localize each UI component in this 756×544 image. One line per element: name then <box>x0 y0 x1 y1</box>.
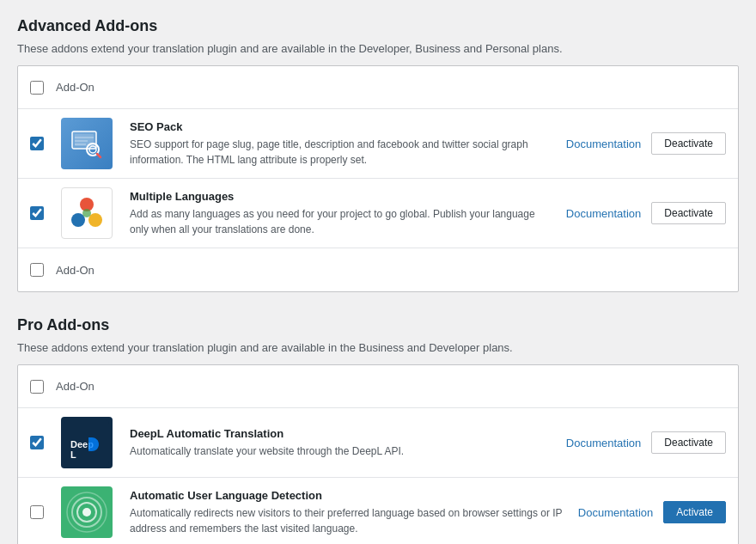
table-row: Automatic User Language Detection Automa… <box>18 478 738 544</box>
addon-icon-cell: Deep L <box>56 417 118 468</box>
table-row: Add-On <box>18 248 738 291</box>
deepl-info: DeepL Automatic Translation Automaticall… <box>130 427 566 459</box>
svg-point-11 <box>82 209 91 217</box>
addon-checkbox-langdetect[interactable] <box>30 505 44 519</box>
addon-checkbox-seo[interactable] <box>30 137 44 150</box>
language-detection-name: Automatic User Language Detection <box>130 489 564 502</box>
checkbox-cell[interactable] <box>30 263 56 277</box>
seo-pack-desc: SEO support for page slug, page title, d… <box>130 137 552 168</box>
table-row: SEO Pack SEO support for page slug, page… <box>18 109 738 179</box>
advanced-addon-table: Add-On <box>17 65 739 292</box>
empty-addon-label: Add-On <box>56 264 94 277</box>
seo-pack-actions: Documentation Deactivate <box>566 132 726 155</box>
svg-point-10 <box>88 213 102 227</box>
addon-icon-cell <box>56 118 118 169</box>
addon-checkbox-empty2[interactable] <box>30 263 44 277</box>
empty-addon-label: Add-On <box>56 380 94 393</box>
deepl-icon: Deep L <box>61 417 113 468</box>
checkbox-cell[interactable] <box>30 137 56 150</box>
language-detection-activate-button[interactable]: Activate <box>663 501 726 523</box>
empty-addon-label: Add-On <box>56 81 94 94</box>
checkbox-cell[interactable] <box>30 436 56 449</box>
multiple-languages-desc: Add as many languages as you need for yo… <box>130 206 552 237</box>
multiple-languages-info: Multiple Languages Add as many languages… <box>130 190 566 237</box>
language-detection-icon <box>61 486 113 538</box>
addon-checkbox-empty1[interactable] <box>30 81 44 95</box>
language-detection-desc: Automatically redirects new visitors to … <box>130 505 564 536</box>
svg-line-6 <box>97 154 101 157</box>
advanced-section-desc: These addons extend your translation plu… <box>17 42 739 55</box>
table-row: Add-On <box>18 66 738 109</box>
multiple-languages-icon <box>61 187 113 239</box>
deepl-desc: Automatically translate your website thr… <box>130 443 552 459</box>
table-row: Add-On <box>18 365 738 408</box>
advanced-section-title: Advanced Add-ons <box>17 17 739 35</box>
language-detection-doc-link[interactable]: Documentation <box>578 506 653 519</box>
advanced-addons-section: Advanced Add-ons These addons extend you… <box>17 17 739 292</box>
table-row: Multiple Languages Add as many languages… <box>18 179 738 248</box>
deepl-name: DeepL Automatic Translation <box>130 427 552 440</box>
deepl-actions: Documentation Deactivate <box>566 431 726 454</box>
seo-pack-icon <box>61 118 113 169</box>
deepl-deactivate-button[interactable]: Deactivate <box>651 431 726 454</box>
svg-point-16 <box>82 508 91 516</box>
deepl-doc-link[interactable]: Documentation <box>566 437 641 449</box>
pro-section-title: Pro Add-ons <box>17 316 739 334</box>
pro-addon-table: Add-On Deep L DeepL Automatic <box>17 364 739 544</box>
multiple-languages-name: Multiple Languages <box>130 190 552 203</box>
addon-checkbox-multilang[interactable] <box>30 206 44 220</box>
addon-checkbox-empty3[interactable] <box>30 380 44 394</box>
multiple-languages-deactivate-button[interactable]: Deactivate <box>651 202 726 224</box>
multiple-languages-doc-link[interactable]: Documentation <box>566 207 641 220</box>
checkbox-cell[interactable] <box>30 505 56 519</box>
addon-icon-cell <box>56 187 118 239</box>
multiple-languages-actions: Documentation Deactivate <box>566 202 726 224</box>
language-detection-info: Automatic User Language Detection Automa… <box>130 489 578 536</box>
language-detection-actions: Documentation Activate <box>578 501 726 523</box>
pro-addons-section: Pro Add-ons These addons extend your tra… <box>17 316 739 544</box>
seo-pack-deactivate-button[interactable]: Deactivate <box>651 132 726 155</box>
checkbox-cell[interactable] <box>30 206 56 220</box>
checkbox-cell[interactable] <box>30 81 56 95</box>
addon-checkbox-deepl[interactable] <box>30 436 44 449</box>
seo-pack-doc-link[interactable]: Documentation <box>566 138 641 150</box>
svg-text:L: L <box>70 449 76 460</box>
checkbox-cell[interactable] <box>30 380 56 394</box>
seo-pack-name: SEO Pack <box>130 120 552 133</box>
pro-section-desc: These addons extend your translation plu… <box>17 341 739 354</box>
addon-icon-cell <box>56 486 118 538</box>
seo-pack-info: SEO Pack SEO support for page slug, page… <box>130 120 566 168</box>
table-row: Deep L DeepL Automatic Translation Autom… <box>18 408 738 478</box>
svg-point-9 <box>71 213 85 227</box>
